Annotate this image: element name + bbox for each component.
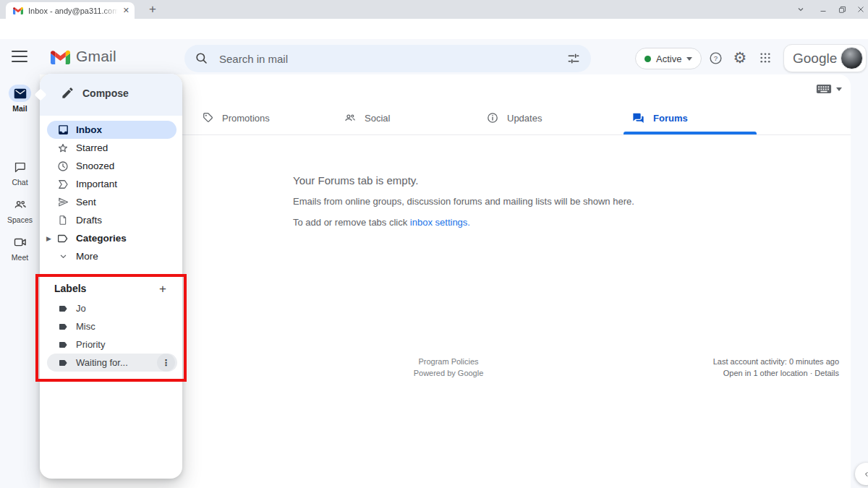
compose-pencil-icon [61, 86, 75, 100]
star-icon [56, 142, 69, 155]
forums-chat-icon [631, 111, 645, 125]
promotions-tag-icon [201, 111, 214, 124]
sidebar-item-categories[interactable]: ▶ Categories [40, 229, 182, 247]
rail-label-meet: Meet [0, 253, 40, 262]
tab-search-chevron-icon[interactable] [794, 3, 807, 16]
sidebar-item-important[interactable]: Important [40, 175, 182, 193]
chat-bubble-icon [13, 160, 27, 174]
tab-updates[interactable]: Updates [475, 101, 617, 134]
tab-forums[interactable]: Forums [617, 101, 760, 134]
product-rail: Mail Chat Spaces Meet [0, 74, 40, 488]
sidebar-item-label: Snoozed [76, 160, 114, 171]
sidebar-item-sent[interactable]: Sent [40, 193, 182, 211]
chevron-down-icon [56, 250, 69, 263]
spaces-people-icon [13, 197, 27, 212]
open-location-details[interactable]: Open in 1 other location · Details [713, 367, 839, 379]
status-chip[interactable]: Active [635, 48, 702, 69]
draft-file-icon [56, 214, 69, 227]
sidebar-item-label: Drafts [76, 215, 102, 226]
social-people-icon [344, 111, 357, 124]
expander-arrow-icon[interactable]: ▶ [46, 235, 51, 242]
search-input[interactable]: Search in mail [219, 53, 566, 65]
sidebar-item-label: Important [76, 179, 117, 189]
sidebar-item-starred[interactable]: Starred [40, 139, 182, 157]
rail-item-mail[interactable]: Mail [0, 85, 40, 113]
settings-gear-icon[interactable]: ⚙ [731, 49, 749, 67]
sidebar-item-drafts[interactable]: Drafts [40, 211, 182, 229]
rail-label-spaces: Spaces [0, 215, 40, 224]
tab-label: Promotions [222, 113, 270, 124]
annotation-red-box [35, 274, 187, 382]
spaces-pill[interactable] [9, 196, 31, 213]
avatar[interactable] [841, 47, 863, 69]
tab-promotions[interactable]: Promotions [190, 101, 332, 134]
new-tab-button[interactable]: + [145, 1, 161, 17]
rail-item-chat[interactable]: Chat [0, 158, 40, 187]
status-label: Active [656, 53, 681, 64]
browser-titlebar: Inbox - andy@pa311.com - PA311 ✕ + [0, 0, 868, 19]
sidebar-item-snoozed[interactable]: Snoozed [40, 157, 182, 175]
rail-label-chat: Chat [0, 178, 40, 187]
chat-pill[interactable] [9, 158, 31, 176]
rail-label-mail: Mail [0, 104, 40, 113]
updates-info-icon [486, 111, 499, 124]
window-close-button[interactable] [854, 3, 867, 16]
input-tools-control[interactable] [816, 84, 842, 94]
inbox-settings-link[interactable]: inbox settings. [410, 217, 470, 228]
meet-camera-icon [13, 235, 27, 249]
rail-item-spaces[interactable]: Spaces [0, 196, 40, 224]
mail-pill[interactable] [9, 85, 31, 102]
tab-label: Forums [653, 113, 688, 124]
search-bar[interactable]: Search in mail [184, 45, 591, 72]
rail-item-meet[interactable]: Meet [0, 234, 40, 262]
compose-button[interactable]: Compose [40, 86, 129, 100]
empty-state-hint: To add or remove tabs click inbox settin… [293, 217, 634, 228]
active-status-dot [644, 56, 651, 62]
important-marker-icon [56, 178, 69, 191]
tab-social[interactable]: Social [332, 101, 475, 134]
window-minimize-button[interactable] [817, 3, 830, 16]
inbox-icon [56, 124, 69, 137]
sidebar-item-more[interactable]: More [40, 247, 182, 265]
meet-pill[interactable] [9, 234, 31, 251]
sidebar-item-label: Categories [76, 233, 127, 244]
sidebar-item-label: Sent [76, 197, 96, 207]
browser-tab[interactable]: Inbox - andy@pa311.com - PA311 ✕ [6, 2, 135, 19]
mail-envelope-icon [14, 88, 27, 99]
powered-by-google: Powered by Google [340, 367, 557, 379]
hint-text: To add or remove tabs click [293, 217, 410, 228]
help-icon[interactable]: ? [707, 49, 724, 67]
sidebar-item-inbox[interactable]: Inbox [47, 121, 176, 139]
search-icon[interactable] [195, 51, 209, 66]
svg-text:?: ? [713, 53, 717, 61]
google-apps-grid-icon[interactable] [757, 49, 774, 67]
gmail-favicon [13, 7, 23, 14]
categories-label-icon [56, 232, 69, 245]
gmail-logo: Gmail [51, 48, 116, 65]
clock-icon [56, 160, 69, 173]
search-options-tune-icon[interactable] [566, 51, 581, 66]
keyboard-icon [816, 84, 832, 94]
tab-label: Social [365, 113, 390, 124]
window-restore-button[interactable] [835, 3, 848, 16]
program-policies-link[interactable]: Program Policies [340, 356, 557, 367]
gmail-m-icon [51, 49, 70, 64]
gmail-app: Gmail Search in mail Active ? ⚙ Google [0, 39, 868, 488]
show-side-panel-button[interactable] [855, 463, 868, 485]
empty-state-body: Emails from online groups, discussion fo… [293, 196, 634, 207]
sidebar-item-label: More [76, 251, 98, 262]
browser-toolbar: mail.google.com/mail/u/2/#inbox [0, 19, 868, 39]
main-menu-hamburger-icon[interactable] [12, 51, 27, 62]
tab-title: Inbox - andy@pa311.com - PA311 [28, 7, 118, 15]
tab-close-icon[interactable]: ✕ [123, 6, 129, 15]
active-tab-underline [624, 132, 757, 134]
gmail-header: Gmail Search in mail Active ? ⚙ Google [0, 39, 868, 74]
sent-plane-icon [56, 196, 69, 209]
empty-state-title: Your Forums tab is empty. [293, 174, 634, 187]
google-wordmark: Google [793, 51, 837, 67]
google-account-chip[interactable]: Google [783, 44, 867, 72]
sidebar-item-label: Inbox [76, 124, 102, 135]
chevron-down-icon [686, 57, 692, 61]
input-tools-chevron-icon[interactable] [836, 87, 842, 91]
footer-policies: Program Policies Powered by Google [340, 356, 557, 379]
